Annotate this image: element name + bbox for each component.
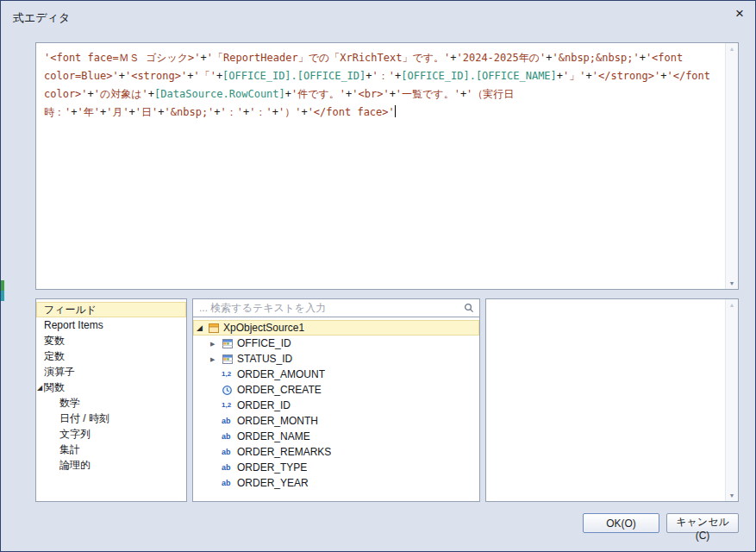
expression-token-op: + bbox=[557, 70, 563, 82]
tree-item-label: ORDER_NAME bbox=[237, 430, 310, 442]
expression-token-str: '：' bbox=[372, 70, 395, 82]
tree-item-label: ORDER_AMOUNT bbox=[237, 368, 325, 380]
background-artifact bbox=[1, 291, 4, 301]
tree-item[interactable]: abORDER_TYPE bbox=[193, 460, 479, 475]
category-item[interactable]: 変数 bbox=[36, 333, 186, 348]
expression-token-op: + bbox=[285, 88, 291, 100]
expression-token-op: + bbox=[272, 106, 278, 118]
tree-item[interactable]: ORDER_CREATE bbox=[193, 382, 479, 398]
expression-token-str: '<strong>' bbox=[125, 70, 187, 82]
expression-token-str: '月' bbox=[106, 106, 128, 118]
text-icon: ab bbox=[222, 480, 237, 487]
tree-item[interactable]: 1,2ORDER_AMOUNT bbox=[193, 367, 479, 382]
expression-token-op: + bbox=[586, 70, 592, 82]
text-icon: ab bbox=[222, 433, 237, 441]
tree-item[interactable]: ▶STATUS_ID bbox=[193, 351, 479, 367]
expression-token-str: '「' bbox=[193, 70, 216, 82]
category-item[interactable]: 文字列 bbox=[36, 426, 186, 442]
category-item-label: Report Items bbox=[44, 319, 103, 331]
expander-icon[interactable]: ▶ bbox=[210, 356, 222, 362]
ok-button[interactable]: OK(O) bbox=[583, 513, 659, 533]
tree-item-label: ORDER_REMARKS bbox=[237, 446, 331, 458]
expression-token-op: + bbox=[640, 52, 646, 64]
expression-token-str: '」' bbox=[563, 70, 585, 82]
expression-token-str: '2024-2025年の' bbox=[456, 52, 546, 64]
search-icon[interactable] bbox=[464, 303, 474, 316]
expression-token-op: + bbox=[148, 88, 154, 100]
tree-item[interactable]: abORDER_MONTH bbox=[193, 413, 479, 429]
text-icon: ab bbox=[222, 448, 237, 456]
category-item-label: 文字列 bbox=[59, 428, 91, 440]
expression-token-op: + bbox=[301, 106, 307, 118]
expander-icon[interactable]: ◢ bbox=[197, 324, 208, 332]
expression-token-str: '「ReportHeader」での「XrRichText」です。' bbox=[207, 52, 451, 64]
expression-memo[interactable]: '<font face=ＭＳ ゴシック>'+'「ReportHeader」での「… bbox=[35, 42, 739, 290]
tree-item[interactable]: abORDER_REMARKS bbox=[193, 444, 479, 460]
expression-token-str: '件です。' bbox=[291, 88, 346, 100]
scroll-up-icon[interactable]: ▲ bbox=[726, 46, 738, 52]
text-icon: ab bbox=[222, 417, 237, 425]
tree-item-label: OFFICE_ID bbox=[237, 337, 291, 349]
tree-item-label: ORDER_MONTH bbox=[237, 415, 318, 427]
expander-icon[interactable]: ◢ bbox=[37, 380, 42, 396]
tree-item-label: ORDER_TYPE bbox=[237, 461, 307, 474]
expression-text[interactable]: '<font face=ＭＳ ゴシック>'+'「ReportHeader」での「… bbox=[36, 43, 724, 289]
category-item-label: 変数 bbox=[44, 335, 65, 347]
category-list: フィールドReport Items変数定数演算子◢関数数学日付 / 時刻文字列集… bbox=[35, 298, 187, 502]
field-tree: ◢XpObjectSource1▶OFFICE_ID▶STATUS_ID1,2O… bbox=[192, 317, 480, 502]
category-item-label: フィールド bbox=[44, 304, 97, 316]
tree-item[interactable]: abORDER_YEAR bbox=[193, 475, 479, 491]
category-item-label: 集計 bbox=[59, 443, 80, 455]
background-artifact bbox=[1, 280, 4, 291]
clock-icon bbox=[222, 385, 237, 396]
expression-token-str: '）' bbox=[278, 106, 301, 118]
category-item[interactable]: 数学 bbox=[36, 395, 186, 411]
expander-icon[interactable]: ▶ bbox=[210, 341, 222, 347]
category-item[interactable]: フィールド bbox=[36, 302, 186, 317]
tree-item-label: XpObjectSource1 bbox=[223, 322, 304, 334]
category-item[interactable]: 定数 bbox=[36, 348, 186, 364]
category-item[interactable]: 日付 / 時刻 bbox=[36, 411, 186, 426]
expression-token-op: + bbox=[129, 106, 135, 118]
expression-token-str: '<font face=ＭＳ ゴシック>' bbox=[44, 52, 201, 64]
scroll-up-icon[interactable]: ▲ bbox=[726, 302, 738, 308]
tree-item-label: ORDER_CREATE bbox=[237, 384, 322, 396]
expression-token-fld: [DataSource.RowCount] bbox=[154, 88, 285, 100]
description-scrollbar[interactable]: ▲ ▼ bbox=[725, 299, 738, 501]
memo-scrollbar[interactable]: ▲ ▼ bbox=[725, 43, 738, 289]
tree-item[interactable]: ▶OFFICE_ID bbox=[193, 336, 479, 351]
tree-item-label: STATUS_ID bbox=[237, 353, 292, 365]
expression-token-str: '&nbsp;' bbox=[165, 106, 215, 118]
category-item[interactable]: 演算子 bbox=[36, 364, 186, 380]
scroll-down-icon[interactable]: ▼ bbox=[726, 492, 738, 499]
scroll-down-icon[interactable]: ▼ bbox=[726, 280, 738, 286]
number-icon: 1,2 bbox=[222, 402, 237, 409]
expression-token-str: '一覧です。' bbox=[396, 88, 460, 100]
category-item[interactable]: 論理的 bbox=[36, 457, 186, 473]
expression-token-op: + bbox=[158, 106, 164, 118]
tree-item-label: ORDER_ID bbox=[237, 399, 291, 411]
category-item[interactable]: ◢関数 bbox=[36, 380, 186, 395]
category-item[interactable]: Report Items bbox=[36, 317, 186, 333]
category-item-label: 論理的 bbox=[59, 459, 91, 471]
category-item[interactable]: 集計 bbox=[36, 442, 186, 457]
category-item-label: 定数 bbox=[44, 350, 65, 362]
cancel-button[interactable]: キャンセル(C) bbox=[666, 513, 739, 533]
expression-token-op: + bbox=[366, 70, 372, 82]
text-icon: ab bbox=[222, 464, 237, 472]
expression-token-str: '&nbsp;&nbsp;' bbox=[552, 52, 639, 64]
text-caret bbox=[395, 105, 396, 117]
expression-token-op: + bbox=[201, 52, 207, 64]
expression-token-str: 'の対象は' bbox=[94, 88, 148, 100]
expression-token-str: '日' bbox=[135, 106, 158, 118]
expression-token-str: '：' bbox=[221, 106, 243, 118]
tree-item[interactable]: 1,2ORDER_ID bbox=[193, 398, 479, 413]
search-input[interactable] bbox=[193, 299, 479, 317]
tree-item[interactable]: ◢XpObjectSource1 bbox=[193, 320, 479, 336]
expression-token-str: '<br>' bbox=[352, 88, 389, 100]
tree-item[interactable]: abORDER_NAME bbox=[193, 429, 479, 444]
category-item-label: 演算子 bbox=[44, 366, 75, 378]
tree-item-label: ORDER_YEAR bbox=[237, 477, 309, 489]
expression-token-fld: [OFFICE_ID].[OFFICE_NAME] bbox=[401, 70, 557, 82]
close-icon[interactable]: × bbox=[735, 6, 744, 22]
